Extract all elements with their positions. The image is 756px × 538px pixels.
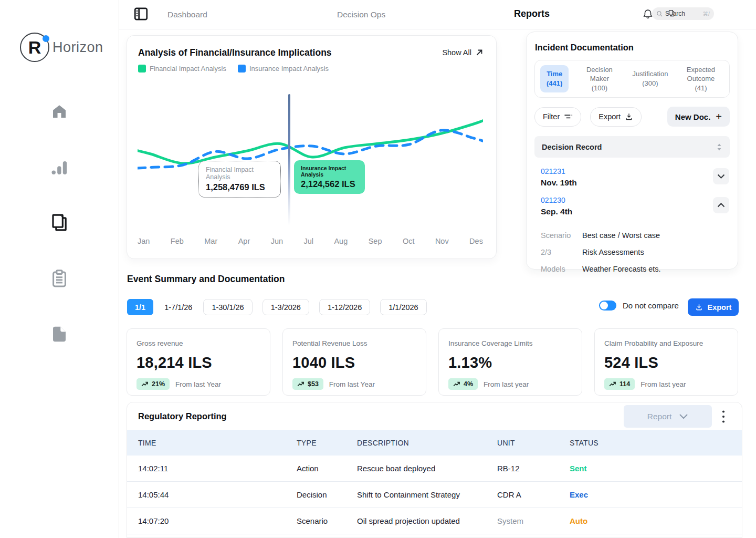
date-chip-1-12-2026[interactable]: 1-12/2026 (319, 299, 370, 315)
nav-decision-ops[interactable]: Decision Ops (337, 10, 385, 19)
stat-label: Potential Revenue Loss (292, 339, 416, 347)
plus-icon: + (716, 111, 722, 122)
sidebar-item-home[interactable] (48, 100, 71, 123)
brand-mark: R (20, 33, 49, 62)
cell-status: Sent (570, 464, 742, 473)
chevron-up-icon (717, 203, 725, 208)
x-axis-label: Apr (238, 237, 250, 245)
stat-footer: 4%From last year (448, 378, 572, 390)
detail-label: Scenario (541, 231, 582, 240)
record-date: Nov. 19th (541, 178, 577, 188)
stat-footer: 114From last year (604, 378, 728, 390)
cell-unit: RB-12 (497, 464, 570, 473)
x-axis-label: Oct (403, 237, 415, 245)
download-icon (625, 112, 633, 121)
cell-type: Decision (297, 490, 357, 499)
new-doc-label: New Doc. (675, 112, 711, 121)
x-axis-label: Feb (171, 237, 184, 245)
tab-expected-outcome[interactable]: Expected Outcome(41) (678, 62, 724, 96)
cell-unit: System (497, 516, 570, 525)
filter-button[interactable]: Filter (534, 107, 581, 127)
x-axis-label: Mar (204, 237, 217, 245)
expand-record-button[interactable] (713, 168, 729, 184)
record-info: 021230Sep. 4th (541, 196, 572, 216)
brand-logo: R Horizon (20, 33, 119, 62)
stat-period: From last year (640, 380, 686, 388)
sidebar-item-documents[interactable] (48, 211, 71, 234)
table-row[interactable]: 14:07:20ScenarioOil spread projection up… (127, 508, 742, 534)
date-chip-1-3-2026[interactable]: 1-3/2026 (262, 299, 309, 315)
decision-record-list: 021231Nov. 19th021230Sep. 4thScenarioBes… (534, 163, 730, 273)
sidebar-item-analytics[interactable] (48, 156, 71, 179)
cell-time: 14:05:44 (138, 490, 297, 499)
chevron-down-icon (679, 413, 688, 419)
collapse-record-button[interactable] (713, 197, 729, 213)
table-menu-button[interactable] (722, 408, 738, 426)
file-icon (50, 325, 69, 344)
tooltip-insurance-value: 2,124,562 ILS (301, 179, 358, 189)
stat-cards-row: Gross revenue18,214 ILS21%From last Year… (127, 328, 738, 396)
sidebar-item-clipboard[interactable] (48, 267, 71, 290)
column-header-type: TYPE (297, 439, 357, 447)
show-all-button[interactable]: Show All (442, 47, 484, 57)
date-chip-1-1[interactable]: 1/1 (127, 299, 153, 315)
clipboard-icon (49, 268, 69, 288)
cell-description: Rescue boat deployed (357, 464, 497, 473)
event-summary-title: Event Summary and Documentation (127, 274, 285, 285)
tab-time[interactable]: Time(441) (540, 65, 569, 92)
cell-time: 14:07:20 (138, 516, 297, 525)
date-chip-1-7-1-26[interactable]: 1-7/1/26 (163, 299, 193, 315)
x-axis-label: Des (469, 237, 483, 245)
chart-title: Analysis of Financial/Insurance Implicat… (138, 47, 332, 58)
event-export-button[interactable]: Export (688, 298, 739, 316)
new-doc-button[interactable]: New Doc. + (667, 107, 730, 127)
tooltip-financial-label: Financial Impact Analysis (206, 166, 274, 181)
stat-period: From last Year (175, 380, 221, 388)
download-icon (695, 303, 703, 311)
chart-card: Analysis of Financial/Insurance Implicat… (127, 35, 497, 259)
search-box[interactable]: ⌘/ (652, 7, 714, 20)
table-row[interactable]: 14:02:11ActionRescue boat deployedRB-12S… (127, 456, 742, 482)
nav-dashboard[interactable]: Dashboard (167, 10, 207, 19)
cell-description: Shift to Containment Strategy (357, 490, 497, 499)
table-row[interactable]: 14:05:44DecisionShift to Containment Str… (127, 482, 742, 508)
stat-value: 1040 ILS (292, 354, 416, 371)
filter-icon (564, 113, 573, 120)
sidebar-toggle-button[interactable] (134, 7, 148, 21)
tab-count: (100) (579, 84, 621, 93)
sidebar-nav (0, 100, 119, 346)
topbar: Dashboard Decision Ops Reports (119, 0, 756, 29)
cell-type: Action (297, 464, 357, 473)
decision-record-header[interactable]: Decision Record (534, 136, 730, 158)
tab-count: (441) (547, 79, 562, 88)
chart-legend: Financial Impact AnalysisInsurance Impac… (127, 58, 496, 73)
export-button[interactable]: Export (590, 107, 642, 127)
tab-decision-maker[interactable]: Decision Maker(100) (576, 62, 623, 96)
date-chip-1-1-2026[interactable]: 1/1/2026 (380, 299, 426, 315)
sidebar-item-file[interactable] (48, 323, 71, 346)
trend-up-icon (297, 381, 304, 387)
decision-record-row: 021231Nov. 19th (534, 163, 730, 192)
chart-marker-line (288, 94, 290, 225)
record-detail-row: ModelsWeather Forecasts ets. (541, 265, 730, 273)
detail-value: Risk Assessments (582, 248, 644, 256)
tab-justification[interactable]: Justification(300) (630, 66, 670, 91)
record-id[interactable]: 021230 (541, 196, 572, 204)
nav-reports[interactable]: Reports (514, 8, 550, 19)
tab-count: (41) (680, 84, 722, 93)
stat-card: Claim Probability and Exposure524 ILS114… (594, 328, 738, 396)
column-header-unit: UNIT (497, 439, 570, 447)
table-column-headers: TIMETYPEDESCRIPTIONUNITSTATUS (127, 430, 742, 456)
report-dropdown-button[interactable]: Report (624, 405, 712, 428)
delta-badge: $53 (292, 378, 323, 390)
chart-line-financial (138, 121, 483, 163)
record-id[interactable]: 021231 (541, 167, 577, 175)
stat-card: Gross revenue18,214 ILS21%From last Year (127, 328, 270, 396)
delta-badge: 21% (136, 378, 170, 390)
cell-time: 14:02:11 (138, 464, 297, 473)
table-body: 14:02:11ActionRescue boat deployedRB-12S… (127, 456, 742, 534)
do-not-compare-toggle[interactable] (599, 301, 616, 311)
table-title: Regulatory Reporting (138, 411, 227, 421)
stat-card: Potential Revenue Loss1040 ILS$53From la… (282, 328, 426, 396)
date-chip-1-30-1-26[interactable]: 1-30/1/26 (203, 299, 252, 315)
